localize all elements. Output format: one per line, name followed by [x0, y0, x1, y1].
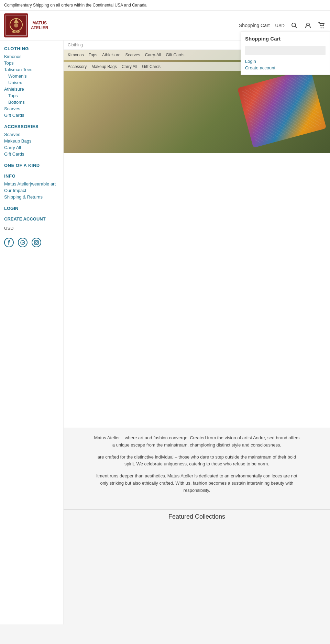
svg-rect-12	[34, 240, 38, 245]
sidebar-item-kimonos[interactable]: Kimonos	[4, 53, 59, 60]
sidebar-item-tops-clothing[interactable]: Tops	[4, 60, 59, 66]
search-icon[interactable]	[290, 21, 298, 30]
sidebar-item-bottoms[interactable]: Bottoms	[4, 99, 59, 105]
svg-point-14	[37, 241, 38, 242]
facebook-icon[interactable]	[4, 238, 14, 247]
sidebar-item-talisman-tees[interactable]: Talisman Tees	[4, 66, 59, 73]
instagram-icon[interactable]	[32, 238, 41, 247]
featured-collections-title: Featured Collections	[64, 509, 330, 524]
sidebar-info-title: INFO	[4, 173, 59, 179]
sidebar-item-womens[interactable]: Women's	[4, 73, 59, 79]
cart-icon[interactable]	[318, 21, 326, 30]
sidebar-item-athleisure[interactable]: Athleisure	[4, 86, 59, 92]
pinterest-icon[interactable]: P	[18, 238, 28, 247]
hero-nav-athleisure[interactable]: Athleisure	[102, 53, 120, 57]
hero-accessory-label: Accessory	[68, 64, 87, 69]
hero-accessory-carry[interactable]: Carry All	[122, 64, 137, 69]
svg-point-9	[323, 27, 324, 29]
cart-search-bar	[245, 46, 326, 55]
sidebar-item-unisex[interactable]: Unisex	[4, 79, 59, 86]
create-account-link[interactable]: Create account	[245, 65, 326, 70]
user-icon[interactable]	[304, 21, 312, 30]
sidebar-accessories-title: ACCESSORIES	[4, 124, 59, 129]
logo-text: MATUS ATELIER	[31, 21, 48, 30]
sidebar-item-scarves-clothing[interactable]: Scarves	[4, 105, 59, 112]
sidebar-item-scarves-acc[interactable]: Scarves	[4, 131, 59, 138]
top-banner: Complimentary Shipping on all orders wit…	[0, 0, 330, 11]
sidebar-item-tops-ath[interactable]: Tops	[4, 92, 59, 99]
svg-text:MATUS: MATUS	[12, 31, 21, 33]
main-layout: CLOTHING Kimonos Tops Talisman Tees Wome…	[0, 41, 330, 624]
description-para2: are crafted for the distinctive individu…	[94, 454, 300, 468]
hero-nav-scarves[interactable]: Scarves	[125, 53, 140, 57]
main-content: Clothing Kimonos Tops Athleisure Scarves…	[64, 41, 330, 624]
hero-nav-carry[interactable]: Carry-All	[145, 53, 161, 57]
logo-image[interactable]: MATUS	[4, 13, 28, 37]
login-link[interactable]: Login	[245, 59, 326, 64]
hero-accessory-makeup[interactable]: Makeup Bags	[91, 64, 117, 69]
sidebar-item-shipping-returns[interactable]: Shipping & Returns	[4, 194, 59, 200]
hero-accessory-gift[interactable]: Gift Cards	[142, 64, 161, 69]
shopping-cart-label: Shopping Cart	[239, 23, 270, 28]
hero-nav-kimonos[interactable]: Kimonos	[68, 53, 84, 57]
description-para3: itment runs deeper than aesthetics. Matu…	[94, 473, 300, 494]
svg-point-13	[35, 241, 37, 244]
sidebar-item-matus-wearable[interactable]: Matus Atelier|wearable art	[4, 181, 59, 187]
svg-point-8	[321, 27, 322, 29]
svg-text:P: P	[22, 241, 24, 245]
cart-account-links: Login Create account	[245, 59, 326, 70]
currency-label[interactable]: USD	[275, 23, 285, 28]
hero-nav-gift[interactable]: Gift Cards	[166, 53, 184, 57]
logo-area[interactable]: MATUS MATUS ATELIER	[4, 13, 48, 37]
sidebar-clothing-title: CLOTHING	[4, 46, 59, 51]
sidebar-create-account-title[interactable]: CREATE ACCOUNT	[4, 216, 59, 222]
header-right: Shopping Cart USD	[239, 21, 326, 30]
svg-point-1	[10, 19, 22, 31]
sidebar: CLOTHING Kimonos Tops Talisman Tees Wome…	[0, 41, 64, 624]
scroll-area	[64, 153, 330, 428]
social-icons: P	[4, 238, 59, 247]
sidebar-login-title[interactable]: LOGIN	[4, 206, 59, 211]
description-para1: Matus Atelier – where art and fashion co…	[94, 434, 300, 449]
svg-point-3	[14, 23, 18, 27]
cart-overlay: Shopping Cart Login Create account	[241, 31, 330, 75]
sidebar-item-gift-cards-acc[interactable]: Gift Cards	[4, 151, 59, 157]
sidebar-item-our-impact[interactable]: Our Impact	[4, 187, 59, 194]
description-section: Matus Atelier – where art and fashion co…	[64, 428, 330, 506]
svg-marker-2	[13, 19, 19, 23]
sidebar-item-makeup-bags[interactable]: Makeup Bags	[4, 138, 59, 144]
breadcrumb-text: Clothing	[68, 43, 83, 47]
sidebar-item-gift-cards-clothing[interactable]: Gift Cards	[4, 112, 59, 118]
sidebar-usd[interactable]: USD	[4, 226, 59, 231]
header: MATUS MATUS ATELIER Shopping Cart USD	[0, 11, 330, 41]
banner-text: Complimentary Shipping on all orders wit…	[4, 3, 146, 8]
sidebar-item-carry-all[interactable]: Carry All	[4, 144, 59, 151]
svg-line-6	[295, 26, 297, 28]
cart-overlay-title: Shopping Cart	[245, 36, 326, 42]
hero-nav-tops[interactable]: Tops	[89, 53, 97, 57]
sidebar-one-of-a-kind-title: ONE OF A KIND	[4, 163, 59, 168]
svg-rect-0	[6, 15, 26, 36]
